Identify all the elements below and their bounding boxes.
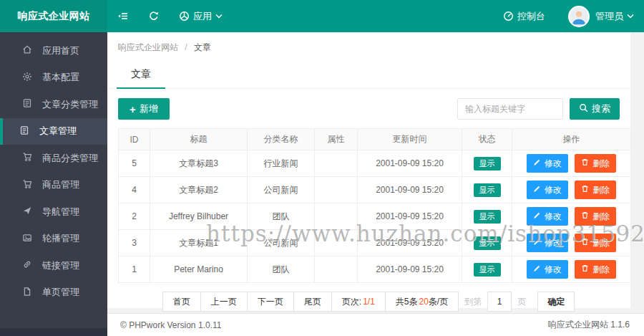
footer-version: 响应式企业网站 1.1.6 <box>548 319 630 331</box>
cell-updated: 2001-09-09 15:20 <box>358 150 462 177</box>
home-icon <box>22 44 42 57</box>
cell-title: 文章标题1 <box>150 230 248 256</box>
sidebar-item-carousel-manage[interactable]: 轮播管理 <box>0 226 107 253</box>
breadcrumb: 响应式企业网站 / 文章 <box>107 32 630 60</box>
cell-updated: 2001-09-09 15:20 <box>358 256 462 283</box>
status-badge[interactable]: 显示 <box>474 210 501 224</box>
goto-page-input[interactable] <box>487 292 512 312</box>
app-menu-label: 应用 <box>193 10 212 23</box>
col-actions: 操作 <box>512 129 631 150</box>
cell-id: 5 <box>119 150 150 177</box>
col-status: 状态 <box>462 129 512 150</box>
cell-id: 4 <box>119 177 150 203</box>
status-badge[interactable]: 显示 <box>474 263 501 277</box>
delete-button[interactable]: 删除 <box>575 207 616 226</box>
app-icon <box>179 11 190 21</box>
article-icon <box>19 125 39 138</box>
admin-menu[interactable]: 管理员 <box>595 0 634 32</box>
edit-button[interactable]: 修改 <box>527 207 568 226</box>
link-icon <box>22 259 42 272</box>
page-first-button[interactable]: 首页 <box>162 292 201 312</box>
console-icon <box>503 11 514 21</box>
pencil-icon <box>533 264 541 274</box>
breadcrumb-separator: / <box>185 42 187 52</box>
console-label: 控制台 <box>517 10 545 23</box>
gear-icon <box>22 72 42 84</box>
page-prev-button[interactable]: 上一页 <box>200 292 248 312</box>
footer: © PHPwork Version 1.0.11 响应式企业网站 1.1.6 <box>107 313 644 336</box>
sidebar-item-article-manage[interactable]: 文章管理 <box>0 118 107 145</box>
cell-category: 行业新闻 <box>248 150 315 177</box>
sidebar-item-label: 单页管理 <box>42 286 79 299</box>
trash-icon <box>581 185 589 195</box>
sidebar-item-product-manage[interactable]: 商品管理 <box>0 172 107 199</box>
sidebar-item-article-category[interactable]: 文章分类管理 <box>0 91 107 118</box>
console-button[interactable]: 控制台 <box>493 0 555 32</box>
col-updated: 更新时间 <box>358 129 462 150</box>
edit-button[interactable]: 修改 <box>527 181 568 199</box>
delete-button[interactable]: 删除 <box>575 234 616 252</box>
delete-button[interactable]: 删除 <box>575 260 616 279</box>
goto-confirm-button[interactable]: 确定 <box>537 292 575 312</box>
search-button[interactable]: 搜索 <box>570 98 620 120</box>
edit-button[interactable]: 修改 <box>527 154 568 173</box>
table-row: 3 文章标题1 公司新闻 2001-09-09 15:20 显示 修改 删除 <box>119 230 631 256</box>
delete-button[interactable]: 删除 <box>575 181 616 199</box>
delete-button[interactable]: 删除 <box>575 154 616 173</box>
cell-category: 公司新闻 <box>248 230 315 256</box>
app-menu[interactable]: 应用 <box>169 0 233 32</box>
cell-attr <box>315 230 358 256</box>
trash-icon <box>581 211 589 221</box>
page-next-button[interactable]: 下一页 <box>247 292 294 312</box>
refresh-button[interactable] <box>138 0 169 32</box>
cell-attr <box>315 150 358 177</box>
search-input[interactable] <box>457 98 563 120</box>
trash-icon <box>581 158 589 168</box>
status-badge[interactable]: 显示 <box>474 157 501 171</box>
collapse-sidebar-button[interactable] <box>107 0 138 32</box>
cell-title: 文章标题3 <box>150 150 248 177</box>
cell-title: Jeffrey Bilhuber <box>150 203 248 230</box>
status-badge[interactable]: 显示 <box>474 183 501 197</box>
table-row: 4 文章标题2 公司新闻 2001-09-09 15:20 显示 修改 删除 <box>119 177 631 203</box>
sidebar-item-label: 基本配置 <box>42 71 79 84</box>
sidebar-bottom-strip <box>0 328 107 336</box>
col-id: ID <box>119 129 150 150</box>
breadcrumb-root[interactable]: 响应式企业网站 <box>118 42 178 52</box>
sidebar-item-page-manage[interactable]: 单页管理 <box>0 279 107 307</box>
sidebar-item-label: 文章管理 <box>39 125 77 138</box>
sidebar-item-product-category[interactable]: 商品分类管理 <box>0 145 107 172</box>
page-indicator: 页次: 1/1 <box>331 292 386 312</box>
per-page-value: 20 <box>419 297 429 307</box>
avatar[interactable] <box>568 6 590 27</box>
tab-articles[interactable]: 文章 <box>117 60 165 89</box>
chevron-down-icon <box>627 14 634 19</box>
cell-category: 团队 <box>248 256 315 283</box>
tab-bar: 文章 <box>107 60 630 89</box>
page-last-button[interactable]: 尾页 <box>293 292 332 312</box>
cell-attr <box>315 203 358 230</box>
sidebar-item-nav-manage[interactable]: 导航管理 <box>0 198 107 226</box>
cell-title: Peter Marino <box>150 256 248 283</box>
edit-button[interactable]: 修改 <box>527 234 568 252</box>
cell-attr <box>315 256 358 283</box>
edit-button[interactable]: 修改 <box>527 260 568 279</box>
status-badge[interactable]: 显示 <box>474 236 501 250</box>
goto-unit: 页 <box>517 296 526 308</box>
sidebar-item-basic-config[interactable]: 基本配置 <box>0 64 107 92</box>
table-row: 2 Jeffrey Bilhuber 团队 2001-09-09 15:20 显… <box>119 203 631 230</box>
pencil-icon <box>533 185 541 195</box>
cell-id: 1 <box>119 256 150 283</box>
navigation-icon <box>22 206 42 218</box>
sidebar-item-label: 轮播管理 <box>42 232 79 245</box>
trash-icon <box>581 264 589 274</box>
add-button[interactable]: + 新增 <box>118 98 170 120</box>
toolbar: + 新增 搜索 <box>107 89 630 128</box>
articles-table: ID 标题 分类名称 属性 更新时间 状态 操作 5 文章标题3 行业新闻 20… <box>118 128 631 283</box>
sidebar-item-app-home[interactable]: 应用首页 <box>0 37 107 64</box>
cart-icon <box>22 179 42 191</box>
table-row: 5 文章标题3 行业新闻 2001-09-09 15:20 显示 修改 删除 <box>119 150 631 177</box>
search-button-label: 搜索 <box>592 102 610 115</box>
sidebar-item-link-manage[interactable]: 链接管理 <box>0 252 107 279</box>
chevron-down-icon <box>215 14 223 19</box>
